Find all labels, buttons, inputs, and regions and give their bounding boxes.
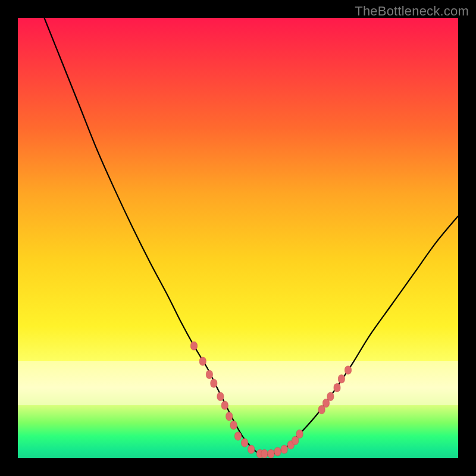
curve-marker — [248, 445, 255, 453]
curve-marker — [226, 412, 233, 421]
curve-marker — [323, 399, 330, 408]
curve-marker — [292, 436, 299, 444]
curve-marker — [211, 379, 217, 387]
curve-marker — [334, 384, 340, 392]
curve-marker — [327, 392, 334, 400]
chart-stage: TheBottleneck.com — [0, 0, 476, 476]
curve-marker — [199, 357, 206, 365]
curve-marker — [230, 421, 237, 430]
curve-marker — [261, 450, 268, 458]
watermark-text: TheBottleneck.com — [355, 4, 469, 19]
curve-marker — [221, 401, 228, 409]
curve-marker — [281, 445, 287, 453]
plot-area — [18, 18, 458, 458]
curve-marker — [191, 342, 198, 350]
curve-layer — [18, 18, 458, 458]
curve-marker — [338, 375, 345, 383]
curve-markers — [191, 342, 352, 458]
curve-marker — [206, 370, 212, 378]
curve-marker — [268, 450, 274, 458]
bottleneck-curve — [44, 18, 458, 455]
curve-marker — [235, 432, 242, 440]
curve-marker — [242, 439, 248, 447]
curve-marker — [296, 430, 303, 438]
curve-marker — [217, 392, 224, 400]
curve-marker — [274, 447, 281, 456]
curve-marker — [318, 406, 325, 414]
curve-marker — [345, 366, 352, 374]
